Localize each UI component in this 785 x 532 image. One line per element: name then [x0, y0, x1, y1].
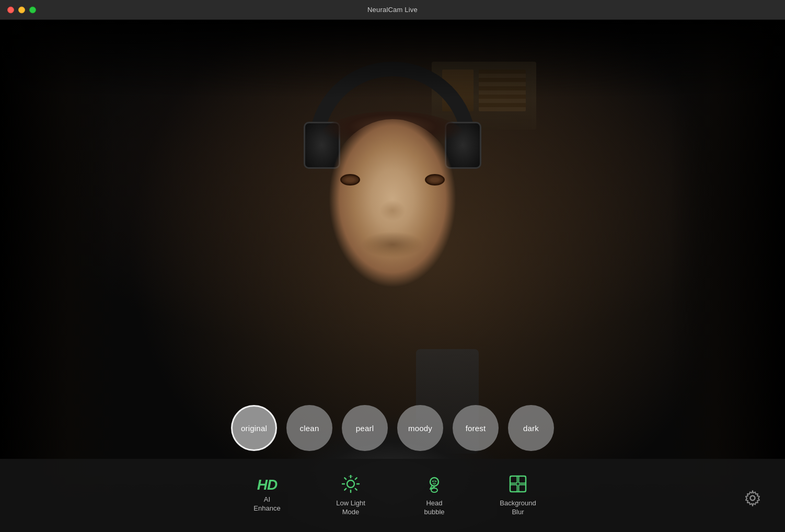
filter-pearl[interactable]: pearl [342, 405, 388, 451]
ai-enhance-label: AIEnhance [253, 495, 280, 513]
svg-rect-18 [519, 484, 526, 492]
svg-rect-15 [510, 476, 517, 483]
title-bar: NeuralCam Live [0, 0, 785, 20]
filter-clean[interactable]: clean [286, 405, 332, 451]
svg-point-12 [435, 480, 436, 481]
traffic-lights [7, 6, 36, 13]
svg-line-6 [355, 488, 357, 490]
toolbar-head-bubble[interactable]: Headbubble [392, 459, 476, 532]
eye-right [425, 174, 445, 186]
filter-forest[interactable]: forest [453, 405, 499, 451]
svg-rect-17 [510, 484, 517, 492]
camera-view: original clean pearl moody forest dark [0, 20, 785, 532]
minimize-button[interactable] [18, 6, 25, 13]
toolbar-low-light[interactable]: Low LightMode [309, 459, 392, 532]
filters-row: original clean pearl moody forest dark [0, 405, 785, 451]
eye-left [340, 174, 360, 186]
maximize-button[interactable] [29, 6, 36, 13]
svg-line-7 [355, 478, 357, 479]
svg-point-13 [431, 488, 437, 492]
head-bubble-label: Headbubble [424, 499, 444, 517]
hd-icon: HD [257, 478, 277, 492]
person-eyes [340, 174, 445, 186]
low-light-icon [341, 475, 360, 496]
svg-point-0 [347, 480, 354, 488]
bottom-toolbar: HD AIEnhance [0, 459, 785, 532]
gear-icon [744, 490, 761, 510]
main-content: original clean pearl moody forest dark H… [0, 20, 785, 532]
svg-point-19 [751, 495, 755, 500]
filter-dark[interactable]: dark [508, 405, 554, 451]
app-title: NeuralCam Live [367, 6, 418, 14]
person-mouth [361, 232, 424, 258]
settings-button[interactable] [741, 488, 764, 511]
filter-moody[interactable]: moody [397, 405, 443, 451]
svg-point-11 [432, 480, 433, 481]
toolbar-ai-enhance[interactable]: HD AIEnhance [225, 459, 309, 532]
close-button[interactable] [7, 6, 14, 13]
toolbar-background-blur[interactable]: BackgroundBlur [476, 459, 560, 532]
svg-line-8 [344, 488, 346, 490]
head-bubble-icon [425, 475, 444, 496]
filter-original[interactable]: original [231, 405, 277, 451]
low-light-label: Low LightMode [336, 499, 365, 517]
background-blur-icon [509, 475, 527, 496]
svg-rect-16 [519, 476, 526, 483]
background-blur-label: BackgroundBlur [500, 499, 536, 517]
top-vignette [0, 20, 785, 98]
svg-rect-14 [510, 476, 526, 492]
person-nose [379, 200, 406, 221]
svg-line-5 [344, 478, 346, 479]
